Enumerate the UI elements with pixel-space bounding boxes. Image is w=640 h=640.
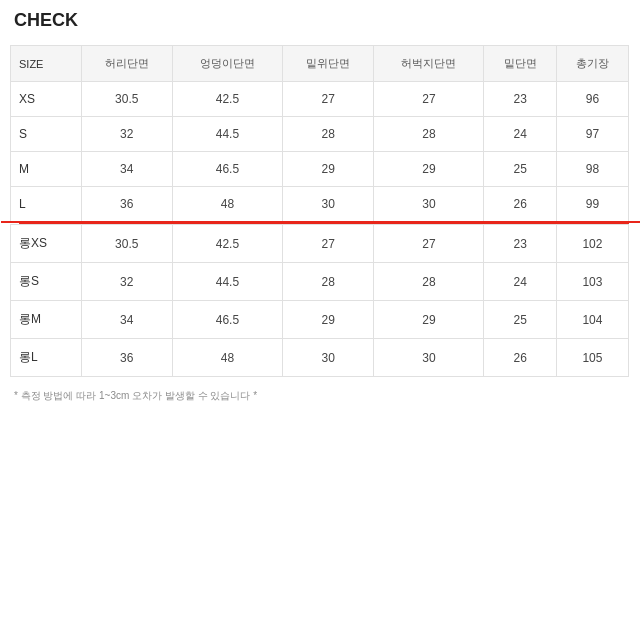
col-header-hem: 밑단면 bbox=[484, 46, 556, 82]
table-cell: 42.5 bbox=[172, 82, 282, 117]
table-cell: S bbox=[11, 117, 82, 152]
table-cell: 28 bbox=[374, 263, 484, 301]
footnote-text: * 측정 방법에 따라 1~3cm 오차가 발생할 수 있습니다 * bbox=[10, 389, 630, 403]
table-row: M3446.529292598 bbox=[11, 152, 630, 187]
table-cell: 28 bbox=[283, 263, 374, 301]
col-header-hip: 엉덩이단면 bbox=[172, 46, 282, 82]
table-cell: 42.5 bbox=[172, 225, 282, 263]
table-cell: 롱L bbox=[11, 339, 82, 377]
table-cell: 102 bbox=[556, 225, 628, 263]
table-cell: 48 bbox=[172, 339, 282, 377]
col-header-thigh: 허벅지단면 bbox=[374, 46, 484, 82]
table-row: 롱XS30.542.5272723102 bbox=[11, 225, 630, 263]
page-title: CHECK bbox=[10, 10, 630, 31]
table-row: XS30.542.527272396 bbox=[11, 82, 630, 117]
table-cell: 25 bbox=[484, 301, 556, 339]
table-cell: 36 bbox=[81, 187, 172, 222]
table-row: S3244.528282497 bbox=[11, 117, 630, 152]
table-cell: 26 bbox=[484, 339, 556, 377]
table-cell: 23 bbox=[484, 82, 556, 117]
table-cell: 롱M bbox=[11, 301, 82, 339]
table-cell: 34 bbox=[81, 301, 172, 339]
table-row: L364830302699 bbox=[11, 187, 630, 222]
table-cell: 29 bbox=[283, 152, 374, 187]
table-cell: 25 bbox=[484, 152, 556, 187]
table-cell: 30 bbox=[283, 339, 374, 377]
table-cell: 44.5 bbox=[172, 117, 282, 152]
col-header-waist: 허리단면 bbox=[81, 46, 172, 82]
table-cell: XS bbox=[11, 82, 82, 117]
table-cell: 롱XS bbox=[11, 225, 82, 263]
table-cell: 98 bbox=[556, 152, 628, 187]
table-cell: 27 bbox=[283, 82, 374, 117]
table-cell: 24 bbox=[484, 263, 556, 301]
table-cell: 46.5 bbox=[172, 152, 282, 187]
table-cell: 44.5 bbox=[172, 263, 282, 301]
table-cell: 99 bbox=[556, 187, 628, 222]
table-cell: 26 bbox=[484, 187, 556, 222]
table-cell: 28 bbox=[283, 117, 374, 152]
table-cell: 48 bbox=[172, 187, 282, 222]
table-cell: 27 bbox=[374, 225, 484, 263]
table-cell: 46.5 bbox=[172, 301, 282, 339]
table-cell: 29 bbox=[374, 301, 484, 339]
table-cell: 30.5 bbox=[81, 82, 172, 117]
table-cell: 36 bbox=[81, 339, 172, 377]
table-cell: 30.5 bbox=[81, 225, 172, 263]
table-cell: 28 bbox=[374, 117, 484, 152]
table-cell: 104 bbox=[556, 301, 628, 339]
col-header-rise: 밑위단면 bbox=[283, 46, 374, 82]
table-row: 롱S3244.5282824103 bbox=[11, 263, 630, 301]
table-cell: L bbox=[11, 187, 82, 222]
col-header-size: SIZE bbox=[11, 46, 82, 82]
table-cell: 30 bbox=[374, 339, 484, 377]
table-cell: 27 bbox=[283, 225, 374, 263]
table-cell: 32 bbox=[81, 117, 172, 152]
table-cell: 96 bbox=[556, 82, 628, 117]
col-header-length: 총기장 bbox=[556, 46, 628, 82]
table-cell: 30 bbox=[283, 187, 374, 222]
table-cell: M bbox=[11, 152, 82, 187]
table-row: 롱M3446.5292925104 bbox=[11, 301, 630, 339]
table-cell: 29 bbox=[374, 152, 484, 187]
table-cell: 97 bbox=[556, 117, 628, 152]
table-cell: 32 bbox=[81, 263, 172, 301]
table-row: 롱L3648303026105 bbox=[11, 339, 630, 377]
table-cell: 29 bbox=[283, 301, 374, 339]
table-cell: 34 bbox=[81, 152, 172, 187]
table-cell: 23 bbox=[484, 225, 556, 263]
table-cell: 24 bbox=[484, 117, 556, 152]
table-cell: 30 bbox=[374, 187, 484, 222]
table-cell: 105 bbox=[556, 339, 628, 377]
table-header-row: SIZE 허리단면 엉덩이단면 밑위단면 허벅지단면 밑단면 총기장 bbox=[11, 46, 630, 82]
table-cell: 103 bbox=[556, 263, 628, 301]
size-chart-wrapper: SIZE 허리단면 엉덩이단면 밑위단면 허벅지단면 밑단면 총기장 XS30.… bbox=[10, 45, 630, 377]
size-table: SIZE 허리단면 엉덩이단면 밑위단면 허벅지단면 밑단면 총기장 XS30.… bbox=[10, 45, 630, 377]
table-cell: 27 bbox=[374, 82, 484, 117]
table-cell: 롱S bbox=[11, 263, 82, 301]
